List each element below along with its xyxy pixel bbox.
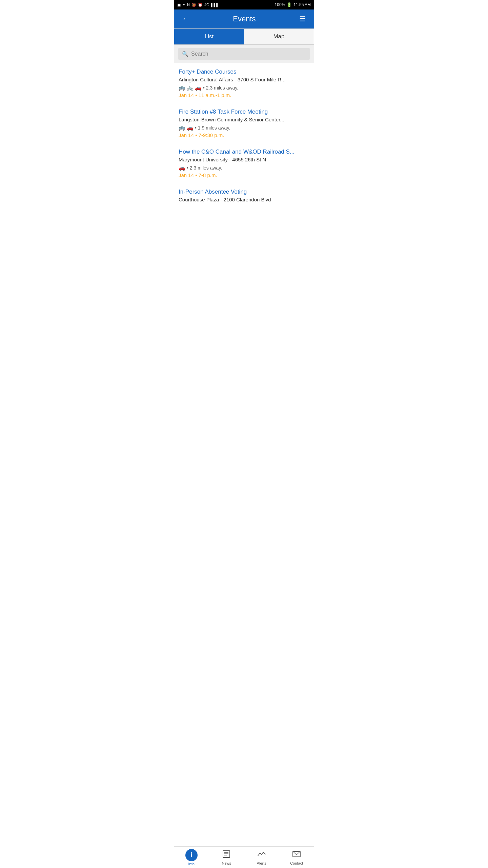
list-item[interactable]: In-Person Absentee Voting Courthouse Pla… <box>174 183 314 207</box>
event-title: Forty+ Dance Courses <box>179 68 309 75</box>
events-content: Forty+ Dance Courses Arlington Cultural … <box>174 63 314 231</box>
status-right-info: 100% 🔋 11:55 AM <box>275 2 311 7</box>
event-transport-icons: 🚗 • 2.3 miles away. <box>179 164 309 171</box>
car-icon: 🚗 <box>195 84 202 91</box>
wifi-icon: ▣ <box>177 3 181 7</box>
list-item[interactable]: Fire Station #8 Task Force Meeting Langs… <box>174 103 314 143</box>
distance-text: • 1.9 miles away. <box>195 125 230 131</box>
bus-icon: 🚌 <box>179 124 185 131</box>
bike-icon: 🚲 <box>187 84 194 91</box>
search-wrapper: 🔍 <box>178 48 310 60</box>
event-location: Courthouse Plaza - 2100 Clarendon Blvd <box>179 197 309 202</box>
event-location: Arlington Cultural Affairs - 3700 S Four… <box>179 77 309 82</box>
bus-icon: 🚌 <box>179 84 185 91</box>
event-title: In-Person Absentee Voting <box>179 189 309 195</box>
clock: 11:55 AM <box>293 2 311 7</box>
event-transport-icons: 🚌 🚗 • 1.9 miles away. <box>179 124 309 131</box>
mute-icon: 🔕 <box>191 3 196 7</box>
event-date: Jan 14 • 11 a.m.-1 p.m. <box>179 92 309 98</box>
list-item[interactable]: Forty+ Dance Courses Arlington Cultural … <box>174 63 314 103</box>
battery-icon: 🔋 <box>287 2 292 7</box>
search-bar: 🔍 <box>174 45 314 63</box>
page-title: Events <box>233 15 256 23</box>
signal-icon: ▌▌▌ <box>211 3 219 7</box>
view-toggle: List Map <box>174 28 314 45</box>
status-bar: ▣ ✦ N 🔕 ⏰ 4G ▌▌▌ 100% 🔋 11:55 AM <box>174 0 314 9</box>
list-item[interactable]: How the C&O Canal and W&OD Railroad S...… <box>174 143 314 183</box>
menu-button[interactable]: ☰ <box>297 12 309 26</box>
event-transport-icons: 🚌 🚲 🚗 • 2.3 miles away. <box>179 84 309 91</box>
battery-percent: 100% <box>275 2 285 7</box>
distance-text: • 2.3 miles away. <box>187 165 222 171</box>
back-button[interactable]: ← <box>179 12 192 26</box>
nfc-icon: N <box>187 3 190 7</box>
event-date: Jan 14 • 7-8 p.m. <box>179 172 309 178</box>
tab-map[interactable]: Map <box>244 29 314 44</box>
event-date: Jan 14 • 7-9:30 p.m. <box>179 132 309 138</box>
event-title: How the C&O Canal and W&OD Railroad S... <box>179 149 309 155</box>
car-icon: 🚗 <box>187 124 194 131</box>
status-left-icons: ▣ ✦ N 🔕 ⏰ 4G ▌▌▌ <box>177 3 219 7</box>
lte-icon: 4G <box>204 3 209 7</box>
alarm-icon: ⏰ <box>198 3 203 7</box>
bluetooth-icon: ✦ <box>182 3 185 7</box>
search-input[interactable] <box>191 51 306 57</box>
tab-list[interactable]: List <box>174 29 244 44</box>
app-header: ← Events ☰ <box>174 9 314 28</box>
distance-text: • 2.3 miles away. <box>203 85 238 91</box>
car-icon: 🚗 <box>179 164 185 171</box>
event-title: Fire Station #8 Task Force Meeting <box>179 108 309 115</box>
search-icon: 🔍 <box>182 51 188 57</box>
event-location: Marymount University - 4655 26th St N <box>179 157 309 162</box>
event-location: Langston-Brown Community & Senior Center… <box>179 117 309 122</box>
